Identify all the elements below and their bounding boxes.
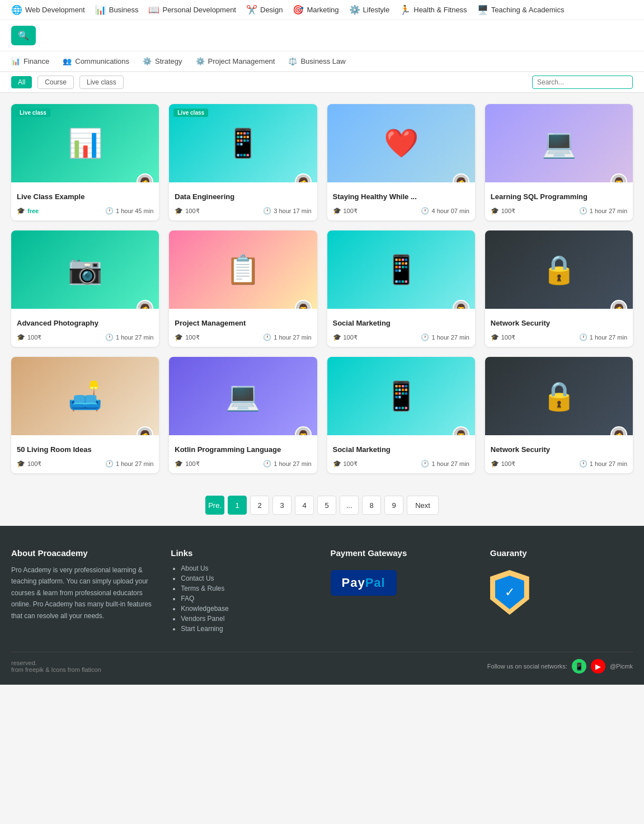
sub-nav-icon: ⚙️	[196, 57, 205, 65]
course-duration: 🕐 3 hour 17 min	[263, 207, 311, 215]
filter-bar: All Course Live class	[0, 72, 644, 93]
search-button[interactable]: 🔍	[11, 26, 36, 45]
course-meta: 🎓 100₹ 🕐 1 hour 27 min	[175, 460, 311, 468]
footer-link-item[interactable]: FAQ	[181, 595, 313, 602]
course-card[interactable]: 📷 👩 Advanced Photography 🎓 100₹ 🕐 1 hour…	[11, 230, 159, 347]
course-thumb-bg: 📷	[11, 230, 159, 309]
search-row: 🔍	[0, 20, 644, 51]
course-meta: 🎓 100₹ 🕐 1 hour 27 min	[491, 333, 627, 341]
clock-icon: 🕐	[263, 460, 271, 468]
filter-live-btn[interactable]: Live class	[79, 76, 124, 89]
nav-icon: 📊	[95, 4, 106, 15]
course-card[interactable]: 🔒 👩 Network Security 🎓 100₹ 🕐 1 hour 27 …	[485, 230, 633, 347]
clock-icon: 🕐	[263, 207, 271, 215]
duration-text: 1 hour 27 min	[431, 460, 469, 467]
course-meta: 🎓 free 🕐 1 hour 45 min	[17, 207, 153, 215]
footer-link-item[interactable]: Terms & Rules	[181, 585, 313, 592]
sub-nav-item-communications[interactable]: 👥Communications	[63, 57, 129, 65]
course-meta: 🎓 100₹ 🕐 1 hour 27 min	[333, 460, 469, 468]
nav-item-health-&-fitness[interactable]: 🏃Health & Fitness	[399, 4, 467, 15]
footer-link-item[interactable]: Contact Us	[181, 575, 313, 582]
sub-nav-item-business-law[interactable]: ⚖️Business Law	[288, 57, 345, 65]
youtube-icon[interactable]: ▶	[591, 659, 605, 674]
course-card[interactable]: 📊 Live class 👩 Live Class Example 🎓 free…	[11, 104, 159, 220]
clock-icon: 🕐	[105, 460, 114, 468]
clock-icon: 🕐	[263, 333, 271, 341]
sub-nav-item-strategy[interactable]: ⚙️Strategy	[143, 57, 182, 65]
price-icon: 🎓	[175, 460, 183, 468]
course-price-block: 🎓 100₹	[17, 460, 41, 468]
course-card[interactable]: 📱 👨 Social Marketing 🎓 100₹ 🕐 1 hour 27 …	[327, 230, 475, 347]
duration-text: 1 hour 27 min	[590, 460, 627, 467]
course-duration: 🕐 1 hour 27 min	[263, 460, 311, 468]
nav-item-teaching-&-academics[interactable]: 🖥️Teaching & Academics	[477, 4, 565, 15]
clock-icon: 🕐	[105, 333, 114, 341]
pagination-page-4[interactable]: 4	[295, 496, 314, 515]
course-title: Network Security	[491, 445, 627, 455]
course-price: 100₹	[501, 460, 515, 468]
course-title: Social Marketing	[333, 319, 469, 329]
course-price: 100₹	[501, 334, 515, 341]
nav-item-marketing[interactable]: 🎯Marketing	[293, 4, 339, 15]
course-price-block: 🎓 100₹	[333, 333, 358, 341]
course-card[interactable]: ❤️ 👩 Staying Healthy While ... 🎓 100₹ 🕐 …	[327, 104, 475, 220]
course-card[interactable]: 📱 👨 Social Marketing 🎓 100₹ 🕐 1 hour 27 …	[327, 357, 475, 473]
course-card[interactable]: 🔒 👩 Network Security 🎓 100₹ 🕐 1 hour 27 …	[485, 357, 633, 473]
pagination-page-9[interactable]: 9	[384, 496, 403, 515]
nav-icon: 🌐	[11, 4, 22, 15]
course-title: Kotlin Programming Language	[175, 445, 311, 455]
course-price: 100₹	[185, 208, 199, 215]
pagination-page-8[interactable]: 8	[362, 496, 381, 515]
course-price: 100₹	[27, 460, 41, 468]
filter-course-btn[interactable]: Course	[37, 76, 74, 89]
pagination-page-2[interactable]: 2	[250, 496, 269, 515]
nav-item-web-development[interactable]: 🌐Web Development	[11, 4, 85, 15]
footer-link-item[interactable]: Start Learning	[181, 625, 313, 633]
nav-item-personal-development[interactable]: 📖Personal Development	[148, 4, 236, 15]
live-badge: Live class	[16, 109, 50, 117]
course-price: 100₹	[344, 334, 358, 341]
sub-nav-item-project-management[interactable]: ⚙️Project Management	[196, 57, 275, 65]
footer-link-item[interactable]: About Us	[181, 564, 313, 572]
nav-item-lifestyle[interactable]: ⚙️Lifestyle	[349, 4, 390, 15]
pagination-next[interactable]: Next	[407, 496, 439, 515]
course-info: Network Security 🎓 100₹ 🕐 1 hour 27 min	[485, 309, 633, 347]
course-thumbnail: 📱 👨	[327, 230, 475, 309]
pagination-prev[interactable]: Pre.	[205, 496, 224, 515]
pagination-page-1[interactable]: 1	[228, 496, 247, 515]
course-price-block: 🎓 free	[17, 207, 39, 215]
course-thumb-bg: 🔒	[485, 230, 633, 309]
course-price-free: free	[27, 208, 39, 214]
footer-link-item[interactable]: Knowledgebase	[181, 605, 313, 613]
duration-text: 1 hour 27 min	[431, 334, 469, 341]
clock-icon: 🕐	[105, 207, 114, 215]
course-info: Social Marketing 🎓 100₹ 🕐 1 hour 27 min	[327, 309, 475, 347]
course-card[interactable]: 📋 👨 Project Management 🎓 100₹ 🕐 1 hour 2…	[169, 230, 317, 347]
nav-item-design[interactable]: ✂️Design	[246, 4, 283, 15]
pagination-page-3[interactable]: 3	[272, 496, 292, 515]
course-price: 100₹	[344, 208, 358, 215]
sub-nav-label: Finance	[23, 57, 49, 65]
filter-all-btn[interactable]: All	[11, 76, 32, 88]
nav-item-business[interactable]: 📊Business	[95, 4, 139, 15]
course-thumbnail: 💻 👨	[169, 357, 317, 435]
footer-link-item[interactable]: Vendors Panel	[181, 615, 313, 623]
course-card[interactable]: 🛋️ 👩 50 Living Room Ideas 🎓 100₹ 🕐 1 hou…	[11, 357, 159, 473]
course-duration: 🕐 1 hour 27 min	[579, 460, 627, 468]
footer: About Proacademy Pro Academy is very pro…	[0, 526, 644, 685]
course-price-block: 🎓 100₹	[333, 460, 358, 468]
price-icon: 🎓	[333, 460, 341, 468]
course-thumb-bg: 📋	[169, 230, 317, 309]
course-card[interactable]: 📱 Live class 👩 Data Engineering 🎓 100₹ 🕐…	[169, 104, 317, 220]
nav-label: Marketing	[307, 6, 339, 14]
course-price: 100₹	[185, 334, 199, 341]
course-price-block: 🎓 100₹	[491, 333, 515, 341]
sub-nav-item-finance[interactable]: 📊Finance	[11, 57, 49, 65]
whatsapp-icon[interactable]: 📱	[572, 659, 586, 674]
filter-search-input[interactable]	[532, 76, 633, 89]
course-card[interactable]: 💻 👨 Kotlin Programming Language 🎓 100₹ 🕐…	[169, 357, 317, 473]
pagination-page-5[interactable]: 5	[317, 496, 336, 515]
course-duration: 🕐 1 hour 27 min	[579, 333, 627, 341]
course-card[interactable]: 💻 👨 Learning SQL Programming 🎓 100₹ 🕐 1 …	[485, 104, 633, 220]
price-icon: 🎓	[491, 460, 499, 468]
